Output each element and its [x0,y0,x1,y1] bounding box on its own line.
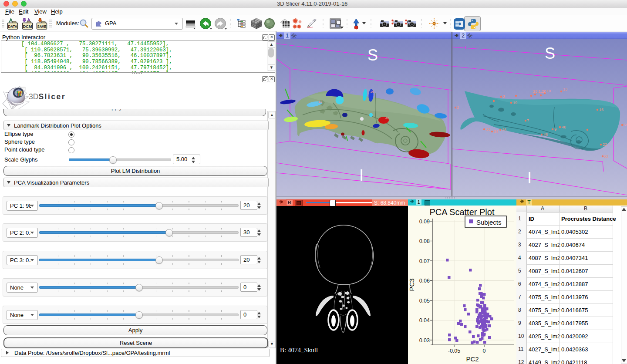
svg-text:0.04: 0.04 [419,317,430,324]
svg-text:0.07: 0.07 [419,258,430,264]
svg-text:19: 19 [513,101,517,105]
svg-text:7: 7 [527,118,529,123]
svg-text:0: 0 [483,348,486,354]
svg-text:10: 10 [546,89,551,93]
svg-text:0.05: 0.05 [419,298,430,304]
svg-text:2: 2 [457,105,459,110]
svg-text:SAVE: SAVE [37,24,47,29]
svg-text:40: 40 [385,116,389,120]
svg-text:DATA: DATA [8,24,17,29]
svg-text:22: 22 [603,142,607,147]
svg-text:55: 55 [624,123,627,127]
svg-text:DCM: DCM [23,24,32,29]
svg-text:PCA Scatter Plot: PCA Scatter Plot [430,207,495,217]
svg-text:PC2: PC2 [466,355,479,363]
svg-text:0.03: 0.03 [419,337,430,344]
svg-text:23,1,20: 23,1,20 [533,89,546,94]
svg-text:9: 9 [554,127,556,131]
svg-text:3: 3 [503,94,505,99]
svg-text:PC3: PC3 [408,278,415,291]
svg-text:0.06: 0.06 [419,278,430,284]
svg-text:53: 53 [604,154,608,158]
svg-text:16: 16 [599,108,603,112]
svg-text:34: 34 [494,129,498,134]
svg-text:46: 46 [543,132,548,137]
svg-text:10: 10 [370,90,374,94]
svg-text:13: 13 [563,87,567,91]
svg-text:Subjects: Subjects [476,219,502,226]
svg-text:48: 48 [562,125,566,129]
svg-text:0.09: 0.09 [419,219,430,225]
svg-text:33: 33 [486,127,490,131]
svg-text:12: 12 [318,100,322,104]
svg-text:-0.05: -0.05 [448,348,461,354]
svg-text:26: 26 [502,128,506,132]
svg-text:0.08: 0.08 [419,238,430,244]
svg-text:B: 4074_Skull: B: 4074_Skull [280,347,318,354]
